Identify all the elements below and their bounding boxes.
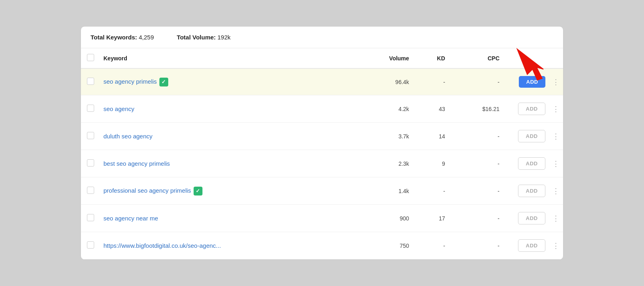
row-cpc: - <box>450 205 504 232</box>
row-checkbox[interactable] <box>87 187 94 194</box>
add-button[interactable]: ADD <box>518 239 545 252</box>
row-more-cell: ⋮ <box>549 123 563 150</box>
row-kd: 17 <box>414 205 450 232</box>
header-cpc: CPC <box>450 48 504 68</box>
row-checkbox-cell <box>81 177 100 205</box>
row-keyword[interactable]: seo agency near me <box>100 205 354 232</box>
total-volume-value: 192k <box>217 34 231 41</box>
row-cpc: - <box>450 177 504 205</box>
more-options-button[interactable]: ⋮ <box>552 78 560 86</box>
keyword-link[interactable]: duluth seo agency <box>103 133 153 140</box>
summary-bar: Total Keywords: 4,259 Total Volume: 192k <box>81 27 563 48</box>
row-volume: 96.4k <box>354 68 414 95</box>
row-more-cell: ⋮ <box>549 150 563 177</box>
table-row: best seo agency primelis2.3k9-ADD⋮ <box>81 150 563 177</box>
table-row: duluth seo agency3.7k14-ADD⋮ <box>81 123 563 150</box>
row-kd: 43 <box>414 95 450 123</box>
keyword-link[interactable]: seo agency <box>103 105 134 112</box>
keyword-link[interactable]: seo agency near me <box>103 215 158 222</box>
row-cpc: $16.21 <box>450 95 504 123</box>
row-checkbox[interactable] <box>87 132 94 139</box>
header-kd: KD <box>414 48 450 68</box>
more-options-button[interactable]: ⋮ <box>552 160 560 168</box>
row-more-cell: ⋮ <box>549 205 563 232</box>
add-button[interactable]: ADD <box>518 185 545 197</box>
row-keyword[interactable]: seo agency primelis <box>100 68 354 95</box>
keyword-table-container: Total Keywords: 4,259 Total Volume: 192k… <box>80 26 564 260</box>
row-cpc: - <box>450 150 504 177</box>
row-kd: 9 <box>414 150 450 177</box>
row-volume: 2.3k <box>354 150 414 177</box>
header-actions <box>504 48 549 68</box>
row-checkbox[interactable] <box>87 214 94 221</box>
add-button[interactable]: ADD <box>518 103 545 115</box>
total-volume-label: Total Volume: <box>177 34 216 41</box>
row-more-cell: ⋮ <box>549 177 563 205</box>
add-button[interactable]: ADD <box>519 76 545 88</box>
add-wrapper: ADD <box>518 185 545 197</box>
row-more-cell: ⋮ <box>549 68 563 95</box>
total-keywords-label: Total Keywords: <box>91 34 137 41</box>
row-add-cell: ADD <box>504 68 549 95</box>
row-keyword[interactable]: https://www.bigfootdigital.co.uk/seo-age… <box>100 232 354 259</box>
more-options-button[interactable]: ⋮ <box>552 187 560 195</box>
row-volume: 750 <box>354 232 414 259</box>
total-keywords-value: 4,259 <box>139 34 154 41</box>
row-more-cell: ⋮ <box>549 95 563 123</box>
header-more <box>549 48 563 68</box>
row-add-cell: ADD <box>504 177 549 205</box>
row-add-cell: ADD <box>504 232 549 259</box>
row-kd: 14 <box>414 123 450 150</box>
add-button[interactable]: ADD <box>518 130 545 142</box>
table-header: Keyword Volume KD CPC <box>81 48 563 68</box>
more-options-button[interactable]: ⋮ <box>552 214 560 222</box>
table-row: https://www.bigfootdigital.co.uk/seo-age… <box>81 232 563 259</box>
header-volume: Volume <box>354 48 414 68</box>
add-button[interactable]: ADD <box>518 157 545 170</box>
row-keyword[interactable]: seo agency <box>100 95 354 123</box>
table-row: seo agency primelis96.4k--ADD⋮ <box>81 68 563 95</box>
keyword-link[interactable]: professional seo agency primelis <box>103 187 191 193</box>
row-kd: - <box>414 177 450 205</box>
row-volume: 1.4k <box>354 177 414 205</box>
row-checkbox-cell <box>81 205 100 232</box>
add-wrapper: ADD <box>519 76 545 88</box>
header-keyword: Keyword <box>100 48 354 68</box>
row-checkbox-cell <box>81 232 100 259</box>
more-options-button[interactable]: ⋮ <box>552 132 560 140</box>
row-kd: - <box>414 68 450 95</box>
row-checkbox-cell <box>81 123 100 150</box>
add-wrapper: ADD <box>518 130 545 142</box>
row-checkbox-cell <box>81 68 100 95</box>
row-checkbox[interactable] <box>87 105 94 112</box>
header-checkbox-cell <box>81 48 100 68</box>
keyword-table: Keyword Volume KD CPC seo agency primeli… <box>81 48 563 259</box>
more-options-button[interactable]: ⋮ <box>552 242 560 250</box>
row-keyword[interactable]: best seo agency primelis <box>100 150 354 177</box>
header-checkbox[interactable] <box>87 54 94 61</box>
table-row: seo agency near me90017-ADD⋮ <box>81 205 563 232</box>
add-wrapper: ADD <box>518 157 545 170</box>
row-keyword[interactable]: professional seo agency primelis <box>100 177 354 205</box>
row-checkbox-cell <box>81 150 100 177</box>
row-add-cell: ADD <box>504 123 549 150</box>
row-volume: 3.7k <box>354 123 414 150</box>
row-cpc: - <box>450 68 504 95</box>
more-options-button[interactable]: ⋮ <box>552 105 560 113</box>
keyword-link[interactable]: seo agency primelis <box>103 78 157 84</box>
row-checkbox[interactable] <box>87 241 94 249</box>
add-wrapper: ADD <box>518 239 545 252</box>
table-body: seo agency primelis96.4k--ADD⋮seo agency… <box>81 68 563 259</box>
row-keyword[interactable]: duluth seo agency <box>100 123 354 150</box>
row-add-cell: ADD <box>504 150 549 177</box>
row-checkbox[interactable] <box>87 78 94 85</box>
add-button[interactable]: ADD <box>518 212 545 224</box>
table-row: seo agency4.2k43$16.21ADD⋮ <box>81 95 563 123</box>
keyword-link[interactable]: best seo agency primelis <box>103 160 170 167</box>
row-volume: 900 <box>354 205 414 232</box>
row-checkbox[interactable] <box>87 159 94 167</box>
table-row: professional seo agency primelis1.4k--AD… <box>81 177 563 205</box>
row-add-cell: ADD <box>504 205 549 232</box>
keyword-link[interactable]: https://www.bigfootdigital.co.uk/seo-age… <box>103 242 221 249</box>
row-checkbox-cell <box>81 95 100 123</box>
